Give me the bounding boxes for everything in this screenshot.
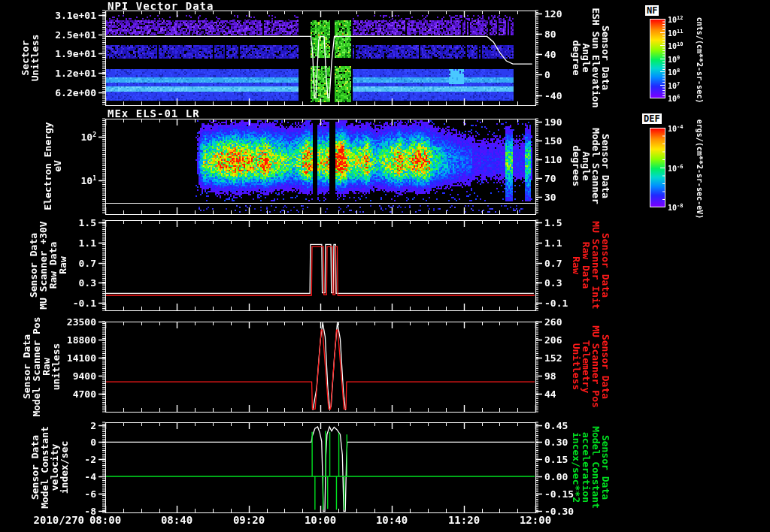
x-tick-label: 08:40 [153,514,201,526]
colorbar-nf-unit: cnts/(cm**2-sr-sec) [696,17,704,103]
y-tick-label-right: -0.1 [544,298,590,309]
y-tick-label: 3.1e+01 [0,10,96,21]
y-tick-label: 1.5 [0,217,96,228]
y-tick-label-right: 98 [544,370,590,382]
y-tick-label: 2.5e+01 [0,29,96,41]
y-tick-label: 1.1 [0,237,96,249]
y-tick-label: 102 [0,131,96,143]
colorbar-tick-label: 106 [668,94,680,103]
panel2-title: MEx ELS-01 LR [108,107,200,119]
y-tick-label-right: 0.30 [544,437,590,448]
y-tick-label-right: 40 [544,49,590,60]
colorbar-tick-label: 10-6 [668,164,683,173]
colorbar-tick-label: 1010 [668,41,683,50]
y-tick-label-right: 0 [544,69,590,80]
x-tick-label: 10:40 [368,514,416,526]
y-tick-label-right: 0.7 [544,258,590,269]
y-tick-label-right: 150 [544,135,590,147]
y-tick-label-right: 0.00 [544,471,590,482]
y-tick-label: 1.9e+01 [0,48,96,59]
y-tick-label-right: -0.15 [544,488,590,500]
y-tick-label: 0.3 [0,277,96,289]
y-tick-label: 9400 [0,370,96,382]
y-tick-label-right: -40 [544,90,590,101]
colorbar-def-label: DEF [642,113,662,124]
x-tick-label: 10:00 [296,514,344,526]
y-tick-label: -0.1 [0,298,96,309]
y-tick-label-right: 1.1 [544,237,590,249]
x-tick-label: 12:00 [511,514,559,526]
panel4-left-axis-label: Sensor Data Model Scanner Pos Raw unitle… [22,316,61,416]
y-tick-label: -2 [0,454,96,465]
y-tick-label: 0 [0,437,96,448]
y-tick-label: 23500 [0,316,96,328]
colorbar-tick-label: 1012 [668,15,683,24]
y-tick-label-right: 0.45 [544,420,590,431]
y-tick-label: 14100 [0,352,96,364]
colorbar-tick-label: 1011 [668,29,683,38]
y-tick-label: 6.2e+00 [0,87,96,98]
x-tick-label: 08:00 [81,514,129,526]
y-tick-label: 4700 [0,388,96,400]
y-tick-label: -4 [0,471,96,482]
plot-canvas [0,0,770,532]
y-tick-label: -6 [0,488,96,500]
y-tick-label-right: 206 [544,334,590,346]
colorbar-tick-label: 10-4 [668,124,683,133]
y-tick-label-right: 1.5 [544,217,590,228]
colorbar-tick-label: 10-8 [668,203,683,212]
y-tick-label-right: 80 [544,29,590,40]
y-tick-label-right: 30 [544,192,590,203]
y-tick-label-right: 44 [544,388,590,400]
y-tick-label-right: 190 [544,116,590,128]
y-tick-label: 18800 [0,334,96,346]
panel1-title: NPI Vector Data [108,0,214,12]
y-tick-label: 2 [0,420,96,431]
colorbar-nf-label: NF [645,5,659,16]
y-tick-label-right: 120 [544,8,590,20]
colorbar-tick-label: 109 [668,55,680,64]
y-tick-label: 1.2e+01 [0,68,96,79]
y-tick-label: 0.7 [0,258,96,269]
colorbar-tick-label: 107 [668,81,680,90]
x-tick-label: 09:20 [225,514,273,526]
x-tick-label: 11:20 [440,514,488,526]
colorbar-tick-label: 108 [668,68,680,77]
y-tick-label-right: 260 [544,316,590,328]
y-tick-label-right: 152 [544,352,590,364]
y-tick-label-right: 70 [544,173,590,184]
colorbar-def-unit: ergs/(cm**2-sr-sec-eV) [696,119,704,219]
y-tick-label: 101 [0,175,96,186]
y-tick-label-right: 0.15 [544,454,590,465]
y-tick-label-right: 0.3 [544,277,590,289]
y-tick-label-right: 110 [544,154,590,165]
plot-window: NPI Vector Data MEx ELS-01 LR Sector Uni… [0,0,770,532]
